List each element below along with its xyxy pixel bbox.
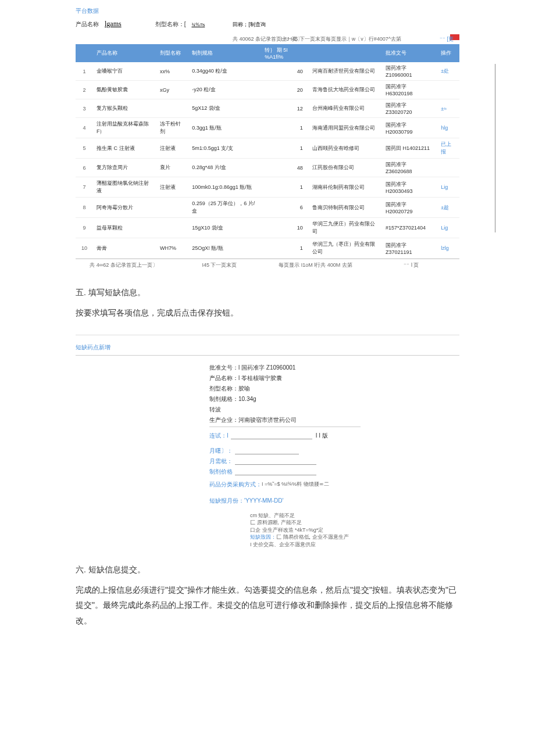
cell-idx: 6	[76, 159, 93, 177]
f-yuejun-label: 月曙〕：	[209, 447, 233, 455]
f-mfr: 生产企业：河南骏宿市济世药公司	[209, 416, 297, 424]
cell-op[interactable]: hlg	[437, 118, 459, 138]
section5-body: 按要求填写各项信息，完成后点击保存按钮。	[0, 305, 535, 332]
table-row: 2氨酚黄敏胶囊xGy-y20 粒/盒20青海鲁抗大地药业有限公司国药准字 H63…	[76, 81, 459, 99]
cell-op[interactable]: Lig	[437, 218, 459, 238]
pagination-top: 共 40062 条记录首页上一页〕 H²J I45 下一页末页每页显示｜w〔v〕…	[76, 34, 459, 44]
more-link[interactable]: ⁻⁻ [更	[440, 35, 454, 43]
cell-name: 益母草颗粒	[93, 218, 156, 238]
f-yuexu-label: 月需枇：	[209, 457, 233, 465]
cell-dosage: 注射液	[156, 138, 188, 159]
th-approval: 批准文号	[382, 44, 437, 62]
table-row: 6复方除查周片衰片0.28g*48 片/盒48江药股份有限公司国药准字 Z360…	[76, 159, 459, 177]
reason-block: cm 短缺、产能不足 匚 原料源断, 产能不足 口企 业生产样改造 *4kT=%…	[0, 512, 535, 549]
cell-mfr: 青海鲁抗大地药业有限公司	[309, 81, 382, 99]
table-section: ⁻⁻ [更 共 40062 条记录首页上一页〕 H²J I45 下一页末页每页显…	[76, 34, 459, 271]
cell-spec: -y20 粒/盒	[188, 81, 261, 99]
cell-approval: 国药准字 Z10960001	[382, 62, 437, 81]
table-row: 7薄醋凝图纳氯化钠注射液注射液100mk0.1g:0.86gg1 瓶/瓶1湖南科…	[76, 177, 459, 198]
form-area: 批准文号：l 国药准字 Z10960001 产品名称：l 苓桂核喘宁胶囊 剂型名…	[0, 357, 535, 512]
cell-dosage: 注射液	[156, 177, 188, 198]
cell-op[interactable]	[437, 159, 459, 177]
f-yuejun-input[interactable]	[235, 447, 299, 454]
cell-spec: 5m1:0.5gg1 支/支	[188, 138, 261, 159]
cell-op[interactable]: 已上报	[437, 138, 459, 159]
cell-spec: 0.28g*48 片/盒	[188, 159, 261, 177]
product-name-input[interactable]: lgams	[104, 20, 123, 28]
cell-qty: 1	[261, 238, 309, 259]
cell-spec: 100mk0.1g:0.86gg1 瓶/瓶	[188, 177, 261, 198]
cell-qty: 48	[261, 159, 309, 177]
section5-title: 五. 填写短缺信息。	[0, 271, 535, 305]
cell-mfr: 河南百耐济世药业有限公司	[309, 62, 382, 81]
cell-mfr: 海南通用同盟药业有限公司	[309, 118, 382, 138]
reason-2[interactable]: 匚 原料源断, 产能不足	[250, 519, 535, 526]
f-kucun-label: 连试：I	[209, 432, 229, 440]
cell-op[interactable]: Lig	[437, 177, 459, 198]
cell-idx: 1	[76, 62, 93, 81]
cell-mfr: 鲁南贝特制药有限公司	[309, 198, 382, 218]
f-kucun-input[interactable]	[231, 432, 312, 439]
cell-dosage	[156, 198, 188, 218]
dosage-form-label: 剂型名称：[	[155, 20, 186, 28]
pag-b-2: I45 下一页末页	[172, 261, 268, 269]
cell-qty: 10	[261, 218, 309, 238]
pag-b-4: ⁻⁻ l 页	[363, 261, 459, 269]
dosage-form-input[interactable]: ¾%≡s	[190, 22, 206, 27]
f-date-label: 短缺报月份：'YYYY-MM-DD'	[209, 497, 283, 505]
f-yuexu-input[interactable]	[235, 458, 316, 465]
cell-name: 注射用盐酸克林霉森陈 F）	[93, 118, 156, 138]
cell-op[interactable]: ±趁	[437, 198, 459, 218]
f-spec: 制剂规格：10.34g	[209, 395, 256, 403]
cell-op[interactable]: ±处	[437, 62, 459, 81]
cell-idx: 10	[76, 238, 93, 259]
reason-3[interactable]: 口企 业生产样改造 *4kT=%g*定	[250, 526, 535, 534]
cell-mfr: 山西颐药业有晗修司	[309, 138, 382, 159]
cell-spec: 0.259（25 万单位），6 片/盒	[188, 198, 261, 218]
f-price-input[interactable]	[235, 468, 316, 475]
cell-idx: 3	[76, 99, 93, 118]
section6-body: 完成的上报信息必须进行"提交"操作才能生效。勾选要提交的信息条，然后点"提交"按…	[0, 582, 535, 640]
table-row: 5推生果 C 注射液注射液5m1:0.5gg1 支/支1山西颐药业有晗修司国药田…	[76, 138, 459, 159]
cell-idx: 5	[76, 138, 93, 159]
cell-approval: 国药准字 Z36020688	[382, 159, 437, 177]
cell-name: 复方除查周片	[93, 159, 156, 177]
f-approval: 批准文号：l 国药准字 Z10960001	[209, 364, 295, 372]
cell-op[interactable]: ±≈	[437, 99, 459, 118]
reason-4[interactable]: 匚 隋易价格低, 企业不愿意生产	[276, 534, 349, 540]
cell-qty: 1	[261, 118, 309, 138]
cell-qty: 1	[261, 177, 309, 198]
pag-b-1: 共 4∞62 条记录首页上一页〕	[76, 261, 172, 269]
table-row: 8阿奇海霉分散片0.259（25 万单位），6 片/盒6鲁南贝特制药有限公司国药…	[76, 198, 459, 218]
form-heading: 短缺药点新增	[0, 338, 535, 354]
cell-approval: #157*Z37021404	[382, 218, 437, 238]
cell-name: 薄醋凝图纳氯化钠注射液	[93, 177, 156, 198]
product-name-label: 产品名称	[76, 20, 99, 28]
cell-mfr: 华润三九（枣庄）药业有限公司	[309, 238, 382, 259]
cell-mfr: 江药股份有限公司	[309, 159, 382, 177]
f-procure-value: I =%˜=$ %I¾%料 物馈腰⋍二	[262, 481, 329, 488]
cell-qty: 12	[261, 99, 309, 118]
f-dosage: 剂型名称：胶喻	[209, 385, 250, 393]
cell-name: 金嗓喉宁百	[93, 62, 156, 81]
right-border	[495, 64, 495, 232]
cell-approval: 国药准字 H63020198	[382, 81, 437, 99]
cell-op[interactable]	[437, 81, 459, 99]
table-row: 10膏膏WH7%25OgX! 瓶/瓶1华润三九（枣庄）药业有限公司国药准字 Z3…	[76, 238, 459, 259]
cell-spec: 5gX12 袋/盒	[188, 99, 261, 118]
reason-5[interactable]: I 史价交高、企业不愿意供应	[250, 541, 535, 549]
reason-1[interactable]: cm 短缺、产能不足	[250, 512, 535, 519]
th-dosage: 剂型名称	[156, 44, 188, 62]
table-row: 3复方猴头颗粒5gX12 袋/盒12台州南峰药业有限公司国药准字 Z330207…	[76, 99, 459, 118]
f-kucun-btn[interactable]: I I 版	[316, 432, 328, 440]
cell-dosage: xGy	[156, 81, 188, 99]
table-row: 9益母草颗粒15gX10 袋/盒10华润三九便庄）药业有限公司#157*Z370…	[76, 218, 459, 238]
cell-op[interactable]: lzlg	[437, 238, 459, 259]
pagination-top-left: 共 40062 条记录首页上一页〕	[76, 35, 459, 43]
cell-name: 氨酚黄敏胶囊	[93, 81, 156, 99]
cell-dosage: xx%	[156, 62, 188, 81]
cell-dosage	[156, 99, 188, 118]
pagination-top-right: H²J I45 下一页末页每页显示｜w〔v〕行#4007^去第	[281, 35, 401, 43]
cell-dosage: WH7%	[156, 238, 188, 259]
pagination-bottom: 共 4∞62 条记录首页上一页〕 I45 下一页末页 每页显示 I1oM l行共…	[76, 259, 459, 271]
